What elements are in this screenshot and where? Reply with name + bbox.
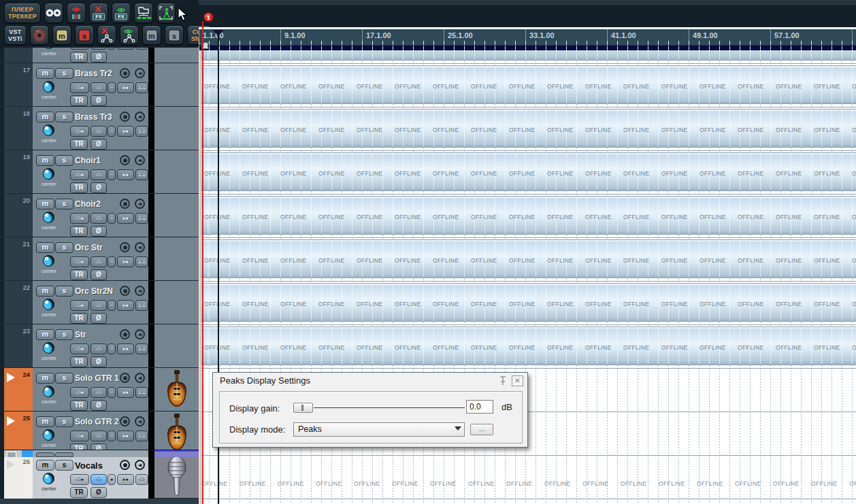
monitor-button[interactable]: ◀ <box>135 112 145 122</box>
track-option-button-3[interactable]: − <box>108 213 116 224</box>
mute-button[interactable]: m <box>36 112 54 122</box>
solo-button[interactable]: s <box>55 68 73 79</box>
track-row-16[interactable]: 16ms◀center-□-▸-□-−▸●⊥⊥TRØ <box>0 48 199 63</box>
record-arm-button[interactable] <box>120 112 130 122</box>
track-row-22[interactable]: 22msOrc Str2N◀center-□-▸-□-−▸●⊥⊥TRØ <box>0 280 199 324</box>
marker-1-flag[interactable]: 1 <box>203 12 214 22</box>
record-arm-button[interactable] <box>120 68 130 78</box>
pan-knob[interactable] <box>43 48 54 49</box>
monitor-button[interactable]: ◀ <box>135 155 145 165</box>
track-option-button-5[interactable]: ⊥⊥ <box>135 169 148 180</box>
track-option-button-4[interactable]: ▸● <box>117 387 134 398</box>
track-option-button-3[interactable]: − <box>108 48 116 50</box>
track-option-button-1[interactable]: -□-▸ <box>70 126 89 137</box>
display-gain-value-field[interactable] <box>466 400 493 414</box>
solo-button[interactable]: s <box>55 112 73 122</box>
tr-button[interactable]: TR <box>70 226 88 237</box>
solo-button[interactable]: s <box>55 242 73 253</box>
phase-button[interactable]: Ø <box>90 487 107 498</box>
tr-button[interactable]: TR <box>70 313 88 324</box>
pan-knob[interactable] <box>43 255 54 267</box>
phase-button[interactable]: Ø <box>90 182 107 193</box>
tr-button[interactable]: TR <box>70 400 88 411</box>
tr-button[interactable]: TR <box>70 139 88 150</box>
tr-button[interactable]: TR <box>70 487 88 498</box>
track-option-button-1[interactable]: -□-▸ <box>70 474 89 485</box>
track-option-button-5[interactable]: ⊥⊥ <box>135 431 148 441</box>
track-row-25[interactable]: 25msSolo GTR 2◀center-□-▸-□-−▸●⊥⊥TRØ <box>0 411 199 454</box>
phase-button[interactable]: Ø <box>90 356 107 367</box>
track-option-button-4[interactable]: ▸● <box>117 474 134 485</box>
track-option-button-4[interactable]: ▸● <box>117 431 134 441</box>
display-mode-dropdown[interactable]: Peaks <box>293 422 465 437</box>
pan-knob[interactable] <box>43 429 54 441</box>
timeline-ruler[interactable]: 1.1.009.1.0017.1.0025.1.0033.1.0041.1.00… <box>199 29 856 45</box>
track-row-23[interactable]: 23msStr◀center-□-▸-□-−▸●⊥⊥TRØ <box>0 324 199 367</box>
media-item-offline[interactable]: OFFLINEOFFLINEOFFLINEOFFLINEOFFLINEOFFLI… <box>201 65 856 104</box>
track-option-button-3[interactable]: − <box>108 387 116 398</box>
mixer-visibility-button[interactable] <box>67 3 86 23</box>
screenset-button[interactable] <box>157 3 176 23</box>
solo-button[interactable]: s <box>55 329 73 340</box>
monitor-button[interactable]: ◀ <box>135 199 145 209</box>
track-option-button-2[interactable]: -□- <box>90 126 107 137</box>
track-option-button-4[interactable]: ▸● <box>117 213 134 224</box>
play-cursor-head[interactable] <box>213 30 224 36</box>
monitor-button[interactable]: ◀ <box>135 460 145 470</box>
media-item-offline[interactable]: OFFLINEOFFLINEOFFLINEOFFLINEOFFLINEOFFLI… <box>201 152 856 191</box>
track-row-18[interactable]: 18msBrass Tr3◀center-□-▸-□-−▸●⊥⊥TRØ <box>0 106 199 150</box>
tr-button[interactable]: TR <box>70 52 88 63</box>
record-arm-button[interactable] <box>120 199 130 209</box>
monitor-button[interactable]: ◀ <box>135 373 145 383</box>
slider-handle[interactable] <box>293 403 313 413</box>
mute-button[interactable]: m <box>36 155 54 166</box>
solo-button[interactable] <box>55 452 73 457</box>
track-option-button-2[interactable]: -□- <box>90 300 107 311</box>
track-option-button-2[interactable]: -□- <box>90 474 107 485</box>
solo-reset-button[interactable]: s <box>165 25 184 45</box>
mute-button[interactable]: m <box>36 242 54 253</box>
track-option-button-5[interactable]: ⊥⊥ <box>135 300 148 311</box>
monitor-button[interactable]: ◀ <box>135 286 145 296</box>
track-option-button-5[interactable]: ⊥⊥ <box>135 48 148 50</box>
media-item-offline[interactable]: OFFLINEOFFLINEOFFLINEOFFLINEOFFLINEOFFLI… <box>201 196 856 235</box>
track-option-button-3[interactable]: − <box>108 300 116 311</box>
media-item-offline-partial[interactable] <box>201 50 856 61</box>
solo-button[interactable]: s <box>55 286 73 297</box>
track-option-button-5[interactable]: ⊥⊥ <box>135 387 148 398</box>
monitor-button[interactable]: ◀ <box>135 68 145 78</box>
fx-visibility-button[interactable]: FX <box>112 3 131 23</box>
mute-button[interactable]: m <box>36 68 54 79</box>
routing-bypass-button[interactable] <box>97 25 116 45</box>
tr-button[interactable]: TR <box>70 182 88 193</box>
track-option-button-5[interactable]: ⊥⊥ <box>135 256 148 267</box>
media-item-offline[interactable]: OFFLINEOFFLINEOFFLINEOFFLINEOFFLINEOFFLI… <box>201 239 856 278</box>
track-option-button-1[interactable]: -□-▸ <box>70 300 89 311</box>
vst-vsti-button[interactable]: VSTVSTi <box>4 25 27 45</box>
phase-button[interactable]: Ø <box>90 226 107 237</box>
pan-knob[interactable] <box>43 386 54 397</box>
track-option-button-5[interactable]: ⊥⊥ <box>135 82 148 93</box>
track-option-button-5[interactable]: ⊥⊥ <box>135 343 148 354</box>
media-item-offline[interactable]: OFFLINEOFFLINEOFFLINEOFFLINEOFFLINEOFFLI… <box>201 326 856 365</box>
record-mode-button[interactable] <box>30 25 49 45</box>
phase-button[interactable]: Ø <box>90 52 107 63</box>
solo-all-button[interactable]: s <box>75 25 94 45</box>
track-option-button-5[interactable]: -□- <box>135 474 148 485</box>
mute-all-button[interactable]: m <box>52 25 71 45</box>
record-arm-button[interactable] <box>120 373 130 383</box>
phase-button[interactable]: Ø <box>90 313 107 324</box>
track-option-button-2[interactable]: -□- <box>90 256 107 267</box>
track-option-button-4[interactable]: ▸● <box>117 256 134 267</box>
display-gain-slider[interactable] <box>293 401 465 414</box>
monitor-button[interactable]: ◀ <box>135 242 145 252</box>
pan-knob[interactable] <box>43 168 54 180</box>
peaks-display-settings-dialog[interactable]: Peaks Display Settings ✕ Display gain: d… <box>212 372 528 448</box>
tr-button[interactable]: TR <box>70 356 88 367</box>
tape-reels-button[interactable] <box>44 3 63 23</box>
track-option-button-3[interactable]: − <box>108 169 116 180</box>
pan-knob[interactable] <box>43 81 54 93</box>
track-option-button-4[interactable]: ▸● <box>117 48 134 50</box>
solo-button[interactable]: s <box>55 199 73 209</box>
track-option-button-1[interactable]: -□-▸ <box>70 213 89 224</box>
